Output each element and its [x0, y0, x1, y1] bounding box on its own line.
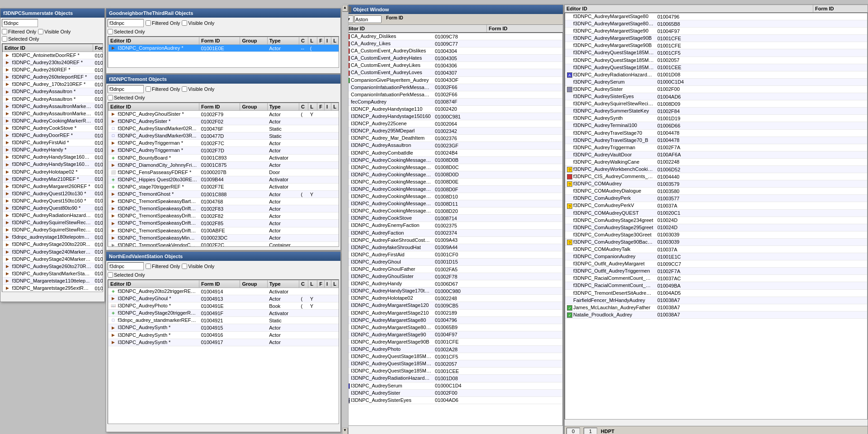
- table-row[interactable]: I3DNPC_AudreyfakeShroudHat 01009A44: [343, 244, 562, 251]
- gn-col-c[interactable]: C: [299, 37, 308, 45]
- table-row[interactable]: f3DNPC_Outfit_AudreyTriggermen 01002F7A: [565, 268, 867, 275]
- table-row[interactable]: f3DNPC_ComAudreyPerk 01003577: [565, 195, 867, 202]
- vs-col-type[interactable]: Type: [267, 280, 299, 288]
- table-row[interactable]: ▶ f3DNPC_TremontSpeakeasyBarte... 010047…: [108, 198, 339, 205]
- table-row[interactable]: f3DNPC_AudreyMargaretStage80_B 010065B8: [565, 20, 867, 28]
- table-row[interactable]: CA_CustomEvent_AudreyLikes 01004306: [343, 62, 562, 69]
- table-row[interactable]: ▶ f3DNPC_AudreyStage200to220R... 0100218…: [3, 241, 104, 248]
- table-row[interactable]: ▶ f3DNPC_TremontSpeakeasyDrifter... 0100…: [108, 212, 339, 220]
- table-row[interactable]: I3DNPC_AudreyGhoulFather 01002FA5: [343, 266, 562, 273]
- table-row[interactable]: I3DNPC_AudreyQuestStage185MessageM... 01…: [343, 368, 562, 375]
- table-row[interactable]: I3DNPC_AudreyMargaretStage210 01002189: [343, 309, 562, 316]
- table-row[interactable]: f3DNPC_Outfit_AudreyMargaret 01009CC7: [565, 260, 867, 268]
- table-row[interactable]: f3DNPC_CIS_AudreyComments_Audrey 0100444…: [565, 173, 867, 180]
- tr-filtered-cb[interactable]: [146, 86, 151, 92]
- table-row[interactable]: I3DNPC_AudreyQuestStage185MessageM... 01…: [343, 360, 562, 368]
- vs-table-container[interactable]: Editor ID Form ID Group Type C L F I L ◈…: [108, 279, 339, 424]
- tr-col-c[interactable]: C: [299, 103, 308, 111]
- table-row[interactable]: ▶ f3DNPC_AudreyStandMarkerStag... 01000C…: [3, 270, 104, 277]
- gn-col-f[interactable]: F: [317, 37, 325, 45]
- table-row[interactable]: f3DNPC_AudreyTravelStage70 01004478: [565, 129, 867, 137]
- table-row[interactable]: CA_Audrey_Dislikes 01009C78: [343, 33, 562, 40]
- table-row[interactable]: ▶ f3DNPC_AudreyAssaultron * 01002370: [3, 88, 104, 95]
- table-row[interactable]: f3DNPC_RacialCommentCount_Audrey 010037A…: [565, 275, 867, 282]
- table-row[interactable]: f3DNPC_AudreySynth 01001D19: [565, 115, 867, 122]
- selected-only-cb[interactable]: [2, 36, 7, 42]
- table-row[interactable]: 👁I3DNPC_AudreySisterEyes 01004AD6: [343, 396, 562, 404]
- table-row[interactable]: ▶ f3DNPC_AudreyAssaultronMarker... 01002…: [3, 110, 104, 117]
- gn-selected-cb[interactable]: [108, 29, 113, 34]
- table-row[interactable]: f3DNPC_AudreySquirrelStewRecipe... 01008…: [565, 100, 867, 108]
- scroll-down[interactable]: ▼: [342, 428, 348, 434]
- table-row[interactable]: f3DNPC_AudreySisterEyes 01004AD6: [565, 93, 867, 100]
- gn-filtered-only[interactable]: Filtered Only: [146, 20, 180, 26]
- table-row[interactable]: ▶ f3DNPC_AudreyGhoulSister * 01002F79 Ac…: [108, 111, 339, 118]
- table-row[interactable]: ▶ f3DNPC_AudreyAssaultron * 01002371: [3, 95, 104, 103]
- tr-col-l2[interactable]: L: [331, 103, 339, 111]
- table-row[interactable]: I3DNPC_AudreyFirstAid 01001CF0: [343, 251, 562, 258]
- table-row[interactable]: I3DNPC_AudreyCookingMessageButton08 0100…: [343, 208, 562, 215]
- table-row[interactable]: CA_CustomEvent_AudreyLoves 01004307: [343, 69, 562, 76]
- tr-selected-only[interactable]: Selected Only: [108, 95, 145, 100]
- vs-selected-cb[interactable]: [108, 272, 113, 278]
- table-row[interactable]: I3DNPC_AudreyHandyStage170to210 01000C98…: [343, 288, 562, 295]
- table-row[interactable]: f3DNPC_AudreySerum 01000C1D4: [565, 78, 867, 85]
- col-editor-id[interactable]: Editor ID: [3, 44, 93, 52]
- filtered-only-label[interactable]: Filtered Only: [2, 29, 36, 34]
- gn-col-editor[interactable]: Editor ID: [108, 37, 199, 45]
- table-row[interactable]: ▶ f3DNPC_TremontSpeakeasyDrifter... 0100…: [108, 227, 339, 234]
- tr-filtered-only[interactable]: Filtered Only: [146, 86, 180, 92]
- table-row[interactable]: I3DNPC_AudreyCombatIdle 010024B4: [343, 149, 562, 156]
- table-row[interactable]: f3DNPC_AudreyMargaretStage90B 01001CFE: [565, 42, 867, 49]
- table-row[interactable]: ▶ f3DNPC_AudreyCookStove * 01001CD8: [3, 124, 104, 132]
- table-row[interactable]: I3DNPC_AudreyFakeShroudCostume 01009A43: [343, 236, 562, 244]
- vs-col-i[interactable]: I: [325, 280, 331, 288]
- gn-visible-only[interactable]: Visible Only: [182, 20, 214, 26]
- ow-filter-input[interactable]: [354, 15, 382, 23]
- table-row[interactable]: f3DNPC_AudreyWalkingCane 01002248: [565, 158, 867, 165]
- table-row[interactable]: ▶ f3DNPC_AudreyFirstAid * 01001CF3: [3, 139, 104, 146]
- table-row[interactable]: ▶ I3DNPC_AudreyGhoul * 01004913 Actor ( …: [108, 295, 339, 302]
- vs-col-l[interactable]: L: [308, 280, 317, 288]
- gn-filtered-cb[interactable]: [146, 20, 151, 26]
- table-row[interactable]: ▶ I3DNPC_AudreySynth * 01004917 Actor: [108, 339, 339, 346]
- table-row[interactable]: ▶ f3DNPC_Audrey260REF * 01002288: [3, 66, 104, 74]
- fr-form-col[interactable]: Form ID: [813, 5, 868, 12]
- table-row[interactable]: I3DNPC_AudreyHolotape02 01002248: [343, 295, 562, 302]
- table-row[interactable]: f3DNCP_Audrey295MDeparl 01002342: [343, 127, 562, 135]
- table-row[interactable]: f3DNPC_AudreyQuestStage185Message 01001C…: [565, 49, 867, 57]
- vs-filtered-only[interactable]: Filtered Only: [146, 264, 180, 269]
- table-row[interactable]: I3DNCP_Audrey225cene 01002064: [343, 120, 562, 127]
- table-row[interactable]: ▶ f3DNPC_AudreyMargaret260REF * 01002289: [3, 183, 104, 190]
- table-row[interactable]: f3DNPC_ComAudreyStage234greet 010024D: [565, 217, 867, 224]
- table-row[interactable]: ▶ f3DNPC_Audrey260teleportREF * 0100228A: [3, 74, 104, 81]
- table-row[interactable]: f3DNPC_AudreyTravelStage70_B 01004478: [565, 137, 867, 144]
- table-row[interactable]: Af3DNPC_AudreyRadiationHazardDeadly10...…: [565, 71, 867, 78]
- table-row[interactable]: CompanionInfatuationPerkMessage_Audrey 0…: [343, 84, 562, 91]
- table-row[interactable]: ?f3DNPC_AudreyWorkbenchCookingStove 0100…: [565, 165, 867, 173]
- table-row[interactable]: I3DNPC_Audrey_Mar_DeathItem 01002376: [343, 135, 562, 142]
- table-row[interactable]: ▶ f3DNPC_TremontSpeakeasyDrifter... 0100…: [108, 205, 339, 212]
- tr-col-editor[interactable]: Editor ID: [108, 103, 199, 111]
- table-row[interactable]: I3DNPC_AudreyMargaretStage90B 01001CFE: [343, 338, 562, 345]
- ow-editor-col[interactable]: Editor ID: [342, 25, 487, 32]
- table-row[interactable]: ▶ f3DNPC_Margaretstage110ttelep... 01006…: [3, 277, 104, 284]
- table-row[interactable]: f3DNPC_TremontDesertSitAudreyQuest 01004…: [565, 289, 867, 297]
- table-row[interactable]: ◈ f3DNPC_Audrey20to22triggerREF... 01004…: [108, 288, 339, 295]
- tr-col-group[interactable]: Group: [240, 103, 267, 111]
- table-row[interactable]: ▶ f3DNPC_Audrey230to240REF * 0100224D: [3, 59, 104, 66]
- table-row[interactable]: ▶ f3DNPC_AudreySquirrelStewRecip... 0100…: [3, 226, 104, 234]
- table-row[interactable]: I3DNPC_AudreyCookingMessageButton06 0100…: [343, 193, 562, 200]
- table-row[interactable]: I3DNPC_AudreyQuestStage185Message 01001C…: [343, 353, 562, 360]
- table-row[interactable]: ▶ f3DNPC_TremontSpeakVendorCh... 01002F2…: [108, 241, 339, 247]
- table-row[interactable]: I3DNPC_AudreyEnemyFaction 01002375: [343, 222, 562, 229]
- table-row[interactable]: ▶ f3DNPC_TremontSpeakeasyDrifter... 0100…: [108, 220, 339, 227]
- table-row[interactable]: I3DNPC_AudreyMargaretStage90 01004F97: [343, 331, 562, 338]
- table-row[interactable]: f3DNPC_AudreyQuestStage185MessageM... 01…: [565, 64, 867, 71]
- table-row[interactable]: f3DNPC_AudreyMargaretStage90 01004F97: [565, 28, 867, 35]
- table-row[interactable]: CA_CustomEvent_AudreyHates 01004305: [343, 55, 562, 62]
- goodneighbor-table-container[interactable]: Editor ID Form ID Group Type C L F I L ▶…: [108, 36, 339, 68]
- tr-col-i[interactable]: I: [325, 103, 331, 111]
- table-row[interactable]: ▶ f3DNPC_Margaretstage295extREF... 01002…: [3, 285, 104, 292]
- table-row[interactable]: ✓Natalie_Proudlock_Audrey 010038A7: [565, 311, 867, 318]
